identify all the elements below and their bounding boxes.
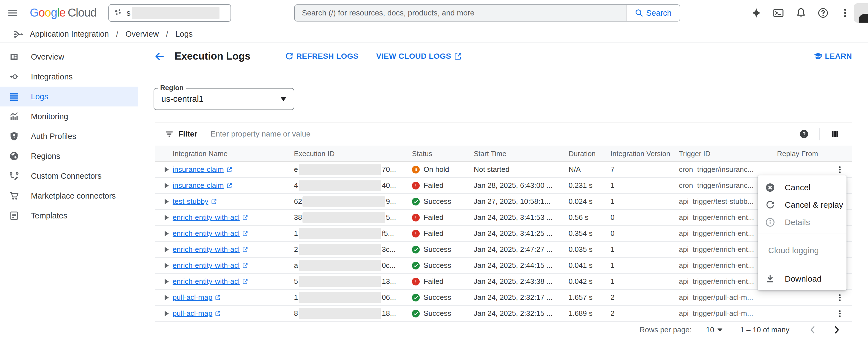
filter-bar: Filter bbox=[155, 122, 852, 146]
execution-id: 440... bbox=[294, 180, 412, 191]
integration-name-link[interactable]: insurance-claim bbox=[173, 181, 224, 189]
menu-item-download[interactable]: Download bbox=[758, 270, 846, 287]
google-wordmark: Google bbox=[30, 6, 65, 19]
execution-id-redaction bbox=[299, 164, 381, 175]
expand-row-icon[interactable] bbox=[165, 279, 169, 284]
expand-row-icon[interactable] bbox=[165, 231, 169, 236]
external-link-icon bbox=[242, 214, 248, 221]
hamburger-menu-icon[interactable] bbox=[7, 7, 18, 19]
status-label: Failed bbox=[424, 181, 443, 190]
sidebar-item-templates[interactable]: Templates bbox=[0, 206, 138, 226]
expand-row-icon[interactable] bbox=[165, 295, 169, 300]
sidebar-item-regions[interactable]: Regions bbox=[0, 146, 138, 166]
integration-name-link[interactable]: pull-acl-map bbox=[173, 293, 212, 302]
duration: N/A bbox=[568, 165, 611, 174]
breadcrumb-overview[interactable]: Overview bbox=[125, 30, 159, 39]
duration: 0.042 s bbox=[568, 277, 611, 286]
integration-name-link[interactable]: enrich-entity-with-acl bbox=[173, 229, 240, 238]
filter-icon bbox=[165, 129, 174, 139]
sidebar-item-marketplace-connectors[interactable]: Marketplace connectors bbox=[0, 186, 138, 206]
table-row: insurance-claime70...On holdNot startedN… bbox=[155, 162, 852, 178]
next-page-button[interactable] bbox=[831, 324, 842, 335]
refresh-logs-button[interactable]: REFRESH LOGS bbox=[284, 52, 359, 61]
rows-per-page-select[interactable]: 10 bbox=[706, 326, 722, 334]
sidebar-item-integrations[interactable]: Integrations bbox=[0, 67, 138, 87]
search-button[interactable]: Search bbox=[626, 5, 680, 21]
more-vert-icon[interactable] bbox=[839, 7, 851, 19]
cloud-shell-icon[interactable] bbox=[773, 7, 784, 19]
kebab-icon bbox=[835, 293, 844, 302]
integration-name-link[interactable]: enrich-entity-with-acl bbox=[173, 213, 240, 221]
integration-version: 0 bbox=[611, 229, 679, 238]
row-actions-kebab-icon[interactable] bbox=[835, 309, 844, 318]
table-row: test-stubby629...SuccessJan 27, 2025, 10… bbox=[155, 194, 852, 210]
status-badge bbox=[412, 294, 420, 302]
check-circle-glyph bbox=[413, 294, 419, 301]
region-label: Region bbox=[158, 84, 186, 92]
expand-row-icon[interactable] bbox=[165, 311, 169, 316]
integration-name-link[interactable]: pull-acl-map bbox=[173, 309, 212, 317]
status-label: Success bbox=[424, 261, 451, 270]
filter-label: Filter bbox=[178, 130, 197, 138]
error-circle-glyph bbox=[413, 279, 419, 285]
trigger-id: api_trigger/pull-acl-m... bbox=[679, 293, 777, 302]
sidebar-item-logs[interactable]: Logs bbox=[0, 87, 138, 106]
notifications-bell-icon[interactable] bbox=[795, 7, 807, 19]
row-actions-kebab-icon[interactable] bbox=[835, 165, 844, 174]
filter-help-icon[interactable] bbox=[799, 129, 809, 139]
execution-id-redaction bbox=[303, 212, 385, 223]
account-avatar[interactable] bbox=[854, 3, 868, 23]
integration-name-link[interactable]: enrich-entity-with-acl bbox=[173, 277, 240, 285]
external-link-icon bbox=[242, 230, 248, 237]
check-circle-glyph bbox=[413, 262, 419, 269]
breadcrumb-logs[interactable]: Logs bbox=[175, 30, 193, 39]
integration-name-link[interactable]: insurance-claim bbox=[173, 165, 224, 174]
auth-profiles-icon bbox=[9, 131, 19, 142]
search-icon bbox=[635, 8, 644, 18]
dropdown-caret-icon bbox=[717, 329, 722, 332]
integration-version: 0 bbox=[611, 213, 679, 222]
menu-item-cancel[interactable]: Cancel bbox=[758, 179, 846, 196]
expand-row-icon[interactable] bbox=[165, 183, 169, 188]
breadcrumb-app[interactable]: Application Integration bbox=[30, 30, 109, 39]
integration-name-link[interactable]: enrich-entity-with-acl bbox=[173, 245, 240, 253]
start-time: Not started bbox=[474, 165, 568, 174]
expand-row-icon[interactable] bbox=[165, 215, 169, 220]
menu-item-details[interactable]: Details bbox=[758, 214, 846, 231]
execution-id: 385... bbox=[294, 212, 412, 223]
menu-item-cancel-replay[interactable]: Cancel & replay bbox=[758, 196, 846, 214]
sidebar-item-auth-profiles[interactable]: Auth Profiles bbox=[0, 126, 138, 146]
status-badge bbox=[412, 230, 420, 238]
expand-row-icon[interactable] bbox=[165, 199, 169, 205]
expand-row-icon[interactable] bbox=[165, 247, 169, 252]
search-input[interactable] bbox=[302, 8, 619, 18]
status-badge bbox=[412, 278, 420, 285]
sidebar-item-custom-connectors[interactable]: Custom Connectors bbox=[0, 166, 138, 186]
integration-version: 7 bbox=[611, 165, 679, 174]
execution-id: 1f5... bbox=[294, 228, 412, 239]
integration-name-link[interactable]: test-stubby bbox=[173, 197, 209, 206]
view-cloud-logs-button[interactable]: VIEW CLOUD LOGS bbox=[376, 52, 463, 61]
gemini-icon[interactable] bbox=[750, 7, 762, 19]
expand-row-icon[interactable] bbox=[165, 263, 169, 268]
row-actions-kebab-icon[interactable] bbox=[835, 293, 844, 302]
project-selector[interactable]: s bbox=[108, 4, 231, 22]
kebab-icon bbox=[835, 309, 844, 318]
pause-circle-glyph bbox=[413, 166, 419, 173]
learn-button[interactable]: LEARN bbox=[813, 52, 852, 61]
sidebar-item-monitoring[interactable]: Monitoring bbox=[0, 106, 138, 126]
logs-table-card: Filter Integration NameExecution IDStatu… bbox=[155, 122, 852, 338]
integration-name-link[interactable]: enrich-entity-with-acl bbox=[173, 261, 240, 270]
menu-divider bbox=[758, 234, 846, 234]
column-display-icon[interactable] bbox=[830, 129, 840, 139]
sidebar-item-overview[interactable]: Overview bbox=[0, 47, 138, 67]
filter-input[interactable] bbox=[210, 130, 799, 138]
integration-version: 1 bbox=[611, 261, 679, 270]
previous-page-button[interactable] bbox=[808, 324, 818, 335]
integration-version: 1 bbox=[611, 181, 679, 190]
expand-row-icon[interactable] bbox=[165, 167, 169, 173]
execution-id: 23c... bbox=[294, 244, 412, 255]
help-icon[interactable] bbox=[817, 7, 829, 19]
back-arrow-icon[interactable] bbox=[154, 51, 165, 62]
region-select[interactable]: Region us-central1 bbox=[154, 88, 294, 110]
